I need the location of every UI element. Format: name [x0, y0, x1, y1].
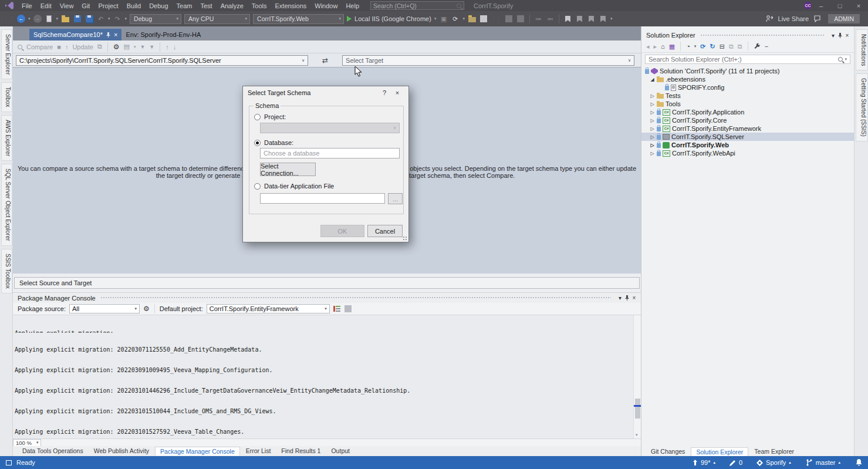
forward-icon[interactable]: ▸ [654, 43, 657, 50]
datatier-radio-button[interactable] [254, 183, 261, 190]
filter-settings-icon[interactable]: ▼ [149, 44, 154, 50]
preview-selected-items-icon[interactable]: − [765, 43, 768, 50]
tree-row-entityframework-project[interactable]: ▷ C# CorrIT.Sporify.EntityFramework [641, 124, 854, 133]
generate-script-icon[interactable]: ⧉ [97, 43, 102, 50]
tab-sqlschemacompare[interactable]: SqlSchemaCompare10* × [29, 29, 121, 41]
compare-options-gear-icon[interactable]: ⚙ [113, 43, 120, 51]
sidebar-tab-notifications[interactable]: Notifications [856, 29, 868, 70]
menu-debug[interactable]: Debug [145, 2, 172, 9]
datatier-radio-row[interactable]: Data-tier Application File [254, 183, 334, 190]
tab-team-explorer[interactable]: Team Explorer [749, 447, 799, 455]
new-file-dropdown-icon[interactable]: ▾ [56, 16, 59, 21]
database-radio-button[interactable] [254, 140, 261, 146]
solution-explorer-header[interactable]: Solution Explorer ▾ × [641, 30, 854, 41]
tab-git-changes[interactable]: Git Changes [646, 447, 690, 455]
datatier-file-input[interactable] [260, 193, 385, 204]
tab-find-results-1[interactable]: Find Results 1 [276, 447, 325, 455]
menu-project[interactable]: Project [94, 2, 122, 9]
scroll-down-arrow-icon[interactable]: ▾ [636, 433, 638, 437]
bookmark-icon[interactable] [563, 15, 572, 23]
pin-icon[interactable] [624, 295, 630, 301]
bookmark-clear-icon[interactable] [599, 15, 607, 23]
menu-analyze[interactable]: Analyze [217, 2, 248, 9]
sidebar-tab-sql-server-object-explorer[interactable]: SQL Server Object Explorer [1, 164, 12, 246]
sidebar-tab-aws-explorer[interactable]: AWS Explorer [1, 115, 12, 161]
compare-button[interactable]: Compare [26, 43, 53, 50]
commits-dropdown-icon[interactable]: ▴ [713, 460, 715, 465]
menu-view[interactable]: View [56, 2, 78, 9]
sidebar-tab-server-explorer[interactable]: Server Explorer [1, 29, 12, 79]
run-target-dropdown-icon[interactable]: ▾ [434, 16, 437, 21]
maximize-button[interactable]: □ [830, 2, 849, 9]
update-button[interactable]: Update [72, 43, 93, 50]
close-tab-icon[interactable]: × [114, 31, 117, 38]
close-dialog-button[interactable]: × [391, 89, 404, 96]
attach-debugger-icon[interactable]: ▣ [439, 15, 448, 23]
dialog-resize-grip[interactable] [403, 236, 407, 241]
filter-dropdown-icon[interactable]: ▾ [694, 44, 697, 49]
branch-name[interactable]: master [816, 459, 836, 466]
open-file-icon[interactable] [61, 15, 70, 23]
target-schema-combobox[interactable]: Select Target ∨ [342, 55, 634, 66]
default-project-combobox[interactable]: CorrIT.Sporify.EntityFramework ▾ [207, 304, 330, 313]
tab-output[interactable]: Output [326, 447, 354, 455]
close-panel-icon[interactable]: × [843, 32, 852, 39]
expander-collapsed-icon[interactable]: ▷ [650, 102, 655, 107]
menu-window[interactable]: Window [310, 2, 342, 9]
live-share-label[interactable]: Live Share [778, 15, 809, 22]
search-options-dropdown-icon[interactable]: ▾ [845, 57, 847, 62]
save-all-icon[interactable] [85, 15, 93, 23]
menu-git[interactable]: Git [77, 2, 94, 9]
pin-icon[interactable] [837, 33, 843, 38]
new-file-icon[interactable] [45, 15, 53, 23]
tree-row-solution[interactable]: Solution 'CorrIT.Sporify' (11 of 11 proj… [641, 67, 854, 75]
tree-row-sporify-config[interactable]: ⚙ SPORIFY.config [641, 83, 854, 92]
ok-button[interactable]: OK [320, 225, 364, 237]
expander-collapsed-icon[interactable]: ▷ [650, 126, 655, 131]
bookmark-prev-icon[interactable] [575, 15, 584, 23]
expander-expanded-icon[interactable]: ◢ [650, 77, 655, 82]
properties-wrench-icon[interactable] [754, 43, 761, 50]
menu-build[interactable]: Build [123, 2, 145, 9]
expander-collapsed-icon[interactable]: ▷ [650, 118, 655, 123]
toolbar-overflow-icon[interactable]: ▾ [610, 16, 613, 21]
refresh-icon[interactable]: ↻ [710, 43, 715, 50]
tab-env-sporify-prod[interactable]: Env: Sporify-Prod-Env-HA [121, 29, 205, 41]
tree-row-sqlserver-project[interactable]: ▷ CorrIT.Sporify.SQLServer [641, 133, 854, 141]
repository-dropdown-icon[interactable]: ▴ [789, 460, 791, 465]
zoom-level-combobox[interactable]: 100 % ▾ [13, 439, 41, 447]
solution-explorer-search-input[interactable]: Search Solution Explorer (Ctrl+;) ▾ [645, 55, 850, 64]
quick-search-input[interactable]: Search (Ctrl+Q) [370, 1, 464, 10]
tab-solution-explorer[interactable]: Solution Explorer [691, 447, 748, 456]
stop-icon[interactable]: ■ [57, 43, 61, 50]
close-panel-icon[interactable]: × [630, 295, 639, 301]
back-icon[interactable]: ◂ [646, 43, 650, 50]
nested-view-icon[interactable]: ⧉ [738, 43, 742, 50]
navigate-forward-button[interactable]: → [33, 15, 42, 23]
clear-console-icon[interactable] [333, 305, 340, 312]
start-debugging-icon[interactable] [347, 16, 352, 22]
incoming-commits-count[interactable]: 99* [701, 459, 711, 466]
save-icon[interactable] [73, 15, 82, 23]
prev-difference-icon[interactable]: ↑ [166, 43, 169, 50]
dialog-title-bar[interactable]: Select Target Schema ? × [243, 86, 408, 99]
select-connection-button[interactable]: Select Connection... [260, 163, 316, 176]
pmc-window-menu-icon[interactable]: ▾ [616, 295, 624, 301]
expander-collapsed-icon[interactable]: ▷ [650, 93, 655, 99]
find-next-icon[interactable] [516, 15, 525, 23]
notifications-bell-icon[interactable] [856, 459, 862, 466]
expander-collapsed-icon[interactable]: ▷ [650, 151, 655, 156]
refresh-dropdown-icon[interactable]: ▾ [462, 16, 465, 21]
run-target-label[interactable]: Local IIS (Google Chrome) [354, 15, 431, 22]
admin-badge[interactable]: ADMIN [828, 14, 860, 23]
bookmark-next-icon[interactable] [587, 15, 596, 23]
tree-row-core-project[interactable]: ▷ C# CorrIT.Sporify.Core [641, 116, 854, 124]
collapse-all-icon[interactable]: ⊟ [720, 43, 725, 50]
expander-collapsed-icon[interactable]: ▷ [650, 110, 655, 115]
pending-changes-filter-icon[interactable]: ◔ [686, 43, 690, 50]
close-window-button[interactable]: × [849, 2, 868, 9]
tab-web-publish-activity[interactable]: Web Publish Activity [89, 447, 154, 455]
console-output[interactable]: Applying explicit migration: ... Applyin… [13, 315, 641, 438]
next-difference-icon[interactable]: ↓ [173, 43, 177, 50]
panel-window-menu-icon[interactable]: ▾ [829, 32, 837, 39]
